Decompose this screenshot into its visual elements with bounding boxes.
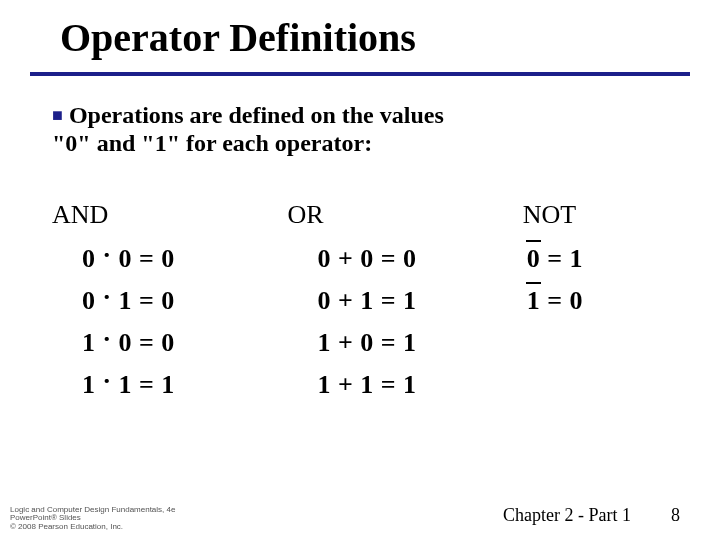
or-header: OR <box>287 200 462 230</box>
chapter-label: Chapter 2 - Part 1 <box>503 505 631 526</box>
and-row: 1 · 0 = 0 <box>82 328 227 358</box>
not-row: 0 = 1 <box>527 244 652 274</box>
slide: Operator Definitions ■Operations are def… <box>0 0 720 540</box>
or-row: 1 + 1 = 1 <box>317 370 462 400</box>
bullet-line-1: Operations are defined on the values <box>69 102 444 128</box>
columns: AND 0 · 0 = 0 0 · 1 = 0 1 · 0 = 0 1 · 1 … <box>52 200 652 400</box>
bullet-text: ■Operations are defined on the values "0… <box>52 102 652 157</box>
fineprint-line: © 2008 Pearson Education, Inc. <box>10 523 175 532</box>
dot-icon: · <box>103 324 112 353</box>
square-bullet-icon: ■ <box>52 105 63 126</box>
and-equations: 0 · 0 = 0 0 · 1 = 0 1 · 0 = 0 1 · 1 = 1 <box>52 244 227 400</box>
and-row: 1 · 1 = 1 <box>82 370 227 400</box>
overbar-icon: 1 <box>527 286 541 316</box>
dot-icon: · <box>103 240 112 269</box>
not-equations: 0 = 1 1 = 0 <box>523 244 652 316</box>
dot-icon: · <box>103 366 112 395</box>
or-equations: 0 + 0 = 0 0 + 1 = 1 1 + 0 = 1 1 + 1 = 1 <box>287 244 462 400</box>
dot-icon: · <box>103 282 112 311</box>
bullet-line-2: "0" and "1" for each operator: <box>52 130 372 156</box>
overbar-icon: 0 <box>527 244 541 274</box>
and-row: 0 · 0 = 0 <box>82 244 227 274</box>
page-number: 8 <box>671 505 680 526</box>
and-row: 0 · 1 = 0 <box>82 286 227 316</box>
not-row: 1 = 0 <box>527 286 652 316</box>
and-header: AND <box>52 200 227 230</box>
fine-print: Logic and Computer Design Fundamentals, … <box>10 506 175 532</box>
not-column: NOT 0 = 1 1 = 0 <box>523 200 652 400</box>
or-row: 1 + 0 = 1 <box>317 328 462 358</box>
horizontal-rule <box>30 72 690 76</box>
footer: Chapter 2 - Part 1 8 <box>503 505 680 526</box>
or-column: OR 0 + 0 = 0 0 + 1 = 1 1 + 0 = 1 1 + 1 =… <box>287 200 462 400</box>
or-row: 0 + 1 = 1 <box>317 286 462 316</box>
and-column: AND 0 · 0 = 0 0 · 1 = 0 1 · 0 = 0 1 · 1 … <box>52 200 227 400</box>
or-row: 0 + 0 = 0 <box>317 244 462 274</box>
not-header: NOT <box>523 200 652 230</box>
page-title: Operator Definitions <box>60 14 416 61</box>
